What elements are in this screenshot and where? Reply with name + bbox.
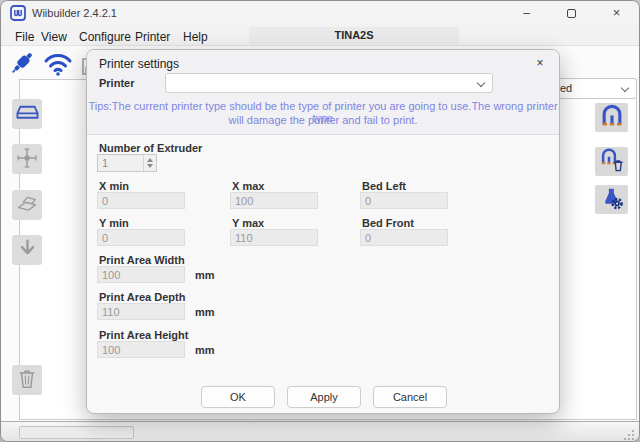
connect-usb-button[interactable] [7, 48, 37, 78]
connect-wifi-button[interactable] [43, 50, 73, 80]
extruder-count-value: 1 [102, 157, 108, 169]
bed-front-label: Bed Front [362, 217, 414, 229]
minimize-button[interactable]: – [504, 1, 549, 25]
x-max-label: X max [232, 180, 264, 192]
pen-connector-icon [7, 66, 37, 81]
print-area-depth-input[interactable] [97, 303, 185, 320]
close-icon: × [613, 5, 621, 20]
slice-gear-icon [600, 186, 624, 213]
y-min-label: Y min [99, 217, 129, 229]
status-bar [1, 421, 639, 442]
y-min-input[interactable] [97, 229, 185, 246]
print-bed-icon [15, 101, 40, 127]
menu-printer[interactable]: Printer [131, 28, 174, 46]
tips-line-2: will damage the printer and fail to prin… [87, 114, 559, 126]
add-support-button[interactable] [595, 103, 628, 132]
window-title: Wiibuilder 2.4.2.1 [32, 7, 117, 19]
lay-flat-icon [15, 193, 39, 218]
lay-flat-button[interactable] [12, 190, 42, 220]
menu-view[interactable]: View [37, 28, 71, 46]
dialog-close-button[interactable]: × [531, 54, 549, 72]
height-unit-label: mm [195, 344, 215, 356]
print-area-height-input[interactable] [97, 341, 185, 358]
cancel-button[interactable]: Cancel [373, 386, 447, 408]
x-max-input[interactable] [230, 192, 318, 209]
apply-button[interactable]: Apply [287, 386, 361, 408]
y-max-label: Y max [232, 217, 264, 229]
down-arrow-icon [16, 237, 39, 263]
bed-left-label: Bed Left [362, 180, 406, 192]
close-window-button[interactable]: × [594, 1, 639, 25]
print-area-width-input[interactable] [97, 266, 185, 283]
resize-grip[interactable] [623, 427, 635, 442]
bed-platform-button[interactable] [12, 99, 42, 129]
material-dropdown-value: ed [560, 82, 572, 94]
wifi-icon [43, 65, 73, 80]
menu-bar: File View Configure Printer Help TINA2S [1, 25, 639, 46]
ok-button[interactable]: OK [201, 386, 275, 408]
chevron-down-icon [621, 84, 629, 92]
delete-model-button[interactable] [12, 365, 42, 395]
print-area-width-label: Print Area Width [99, 254, 185, 266]
trash-icon [16, 367, 38, 394]
stepper-up-icon[interactable] [147, 158, 153, 162]
device-name-label: TINA2S [249, 27, 459, 44]
bed-left-input[interactable] [360, 192, 448, 209]
menu-configure[interactable]: Configure [75, 28, 135, 46]
title-bar: Wiibuilder 2.4.2.1 – × [1, 1, 639, 25]
maximize-icon [567, 9, 576, 18]
bed-front-input[interactable] [360, 229, 448, 246]
dialog-title: Printer settings [99, 57, 179, 71]
status-handle-icon [7, 431, 19, 442]
close-icon: × [536, 56, 543, 70]
app-logo-icon [10, 5, 26, 21]
stepper-arrows [143, 155, 156, 171]
maximize-button[interactable] [549, 1, 594, 25]
printer-settings-dialog: Printer settings × Printer Tips:The curr… [86, 49, 560, 414]
drop-to-bed-button[interactable] [12, 235, 42, 265]
delete-support-button[interactable] [595, 147, 628, 176]
width-unit-label: mm [195, 269, 215, 281]
printer-field-label: Printer [99, 77, 134, 89]
slice-settings-button[interactable] [595, 185, 628, 214]
support-delete-icon [600, 148, 624, 175]
dialog-header-section: Printer settings × Printer Tips:The curr… [87, 50, 559, 135]
stepper-down-icon[interactable] [147, 164, 153, 168]
menu-help[interactable]: Help [179, 28, 212, 46]
crosshair-icon [15, 146, 39, 173]
menu-file[interactable]: File [11, 28, 38, 46]
chevron-down-icon [477, 79, 485, 87]
print-area-depth-label: Print Area Depth [99, 291, 185, 303]
extruder-count-label: Number of Extruder [99, 142, 202, 154]
minimize-icon: – [523, 6, 530, 20]
support-icon [600, 104, 624, 131]
printer-select[interactable] [165, 73, 493, 93]
app-window: Wiibuilder 2.4.2.1 – × File View Configu… [0, 0, 640, 442]
center-model-button[interactable] [12, 144, 42, 174]
print-area-height-label: Print Area Height [99, 329, 188, 341]
progress-bar [19, 426, 134, 439]
depth-unit-label: mm [195, 306, 215, 318]
x-min-label: X min [99, 180, 129, 192]
x-min-input[interactable] [97, 192, 185, 209]
extruder-count-stepper[interactable]: 1 [97, 154, 157, 172]
y-max-input[interactable] [230, 229, 318, 246]
